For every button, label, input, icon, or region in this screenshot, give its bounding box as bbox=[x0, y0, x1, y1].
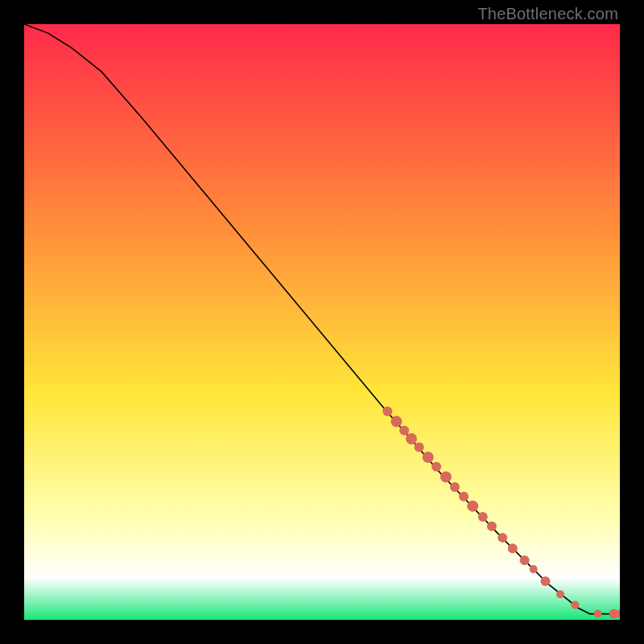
data-dot bbox=[423, 452, 434, 463]
data-dot bbox=[594, 610, 602, 618]
background-rect bbox=[24, 24, 620, 620]
data-dot bbox=[497, 533, 507, 543]
data-dot bbox=[450, 482, 460, 492]
data-dot bbox=[530, 565, 538, 573]
data-dot bbox=[399, 426, 409, 436]
data-dot bbox=[406, 433, 417, 444]
data-dot bbox=[467, 501, 478, 512]
data-dot bbox=[508, 543, 518, 553]
data-dot bbox=[431, 462, 441, 472]
attribution-text: TheBottleneck.com bbox=[477, 5, 618, 23]
chart-stage: TheBottleneck.com bbox=[0, 0, 644, 644]
data-dot bbox=[541, 576, 551, 586]
data-dot bbox=[520, 555, 530, 565]
chart-plot bbox=[24, 24, 620, 620]
data-dot bbox=[556, 590, 564, 598]
data-dot bbox=[415, 442, 424, 452]
data-dot bbox=[391, 416, 402, 427]
data-dot bbox=[572, 601, 580, 609]
data-dot bbox=[478, 512, 488, 522]
data-dot bbox=[487, 522, 497, 531]
data-dot bbox=[382, 407, 392, 416]
data-dot bbox=[459, 492, 469, 502]
data-dot bbox=[440, 471, 452, 482]
